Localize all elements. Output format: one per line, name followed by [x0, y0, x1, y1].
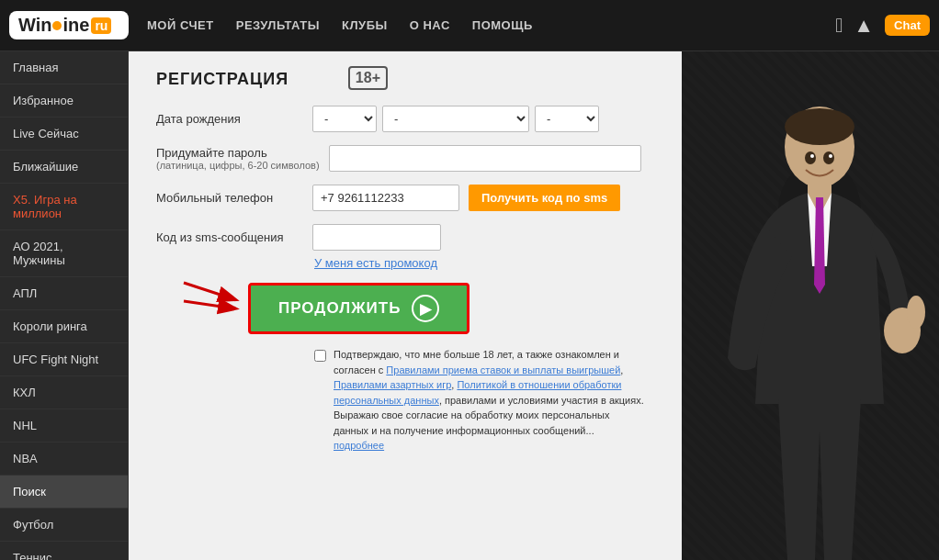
consent-link-2[interactable]: Правилами азартных игр: [334, 379, 451, 390]
nav-about[interactable]: О НАС: [410, 18, 450, 32]
header-right:  ▲ Chat: [835, 14, 930, 38]
nav-help[interactable]: ПОМОЩЬ: [472, 18, 533, 32]
svg-line-1: [184, 301, 234, 308]
svg-point-8: [805, 151, 816, 164]
dob-row: Дата рождения - - -: [156, 106, 654, 132]
consent-more-link[interactable]: подробнее: [334, 440, 384, 451]
nav-my-account[interactable]: МОЙ СЧЕТ: [147, 18, 214, 32]
phone-label: Мобильный телефон: [156, 191, 303, 205]
svg-point-7: [907, 296, 925, 329]
logo[interactable]: Winineru: [9, 11, 129, 39]
dob-label: Дата рождения: [156, 112, 303, 126]
dob-year-select[interactable]: -: [535, 106, 599, 132]
sidebar-item-apl[interactable]: АПЛ: [0, 277, 128, 310]
right-panel: [682, 51, 939, 560]
password-input[interactable]: [329, 145, 641, 172]
age-badge: 18+: [348, 66, 388, 90]
svg-point-11: [829, 154, 832, 158]
sidebar-item-x5[interactable]: Х5. Игра на миллион: [0, 184, 128, 230]
sms-code-row: Код из sms-сообщения: [156, 224, 654, 251]
sidebar-item-live[interactable]: Live Сейчас: [0, 118, 128, 151]
nav-clubs[interactable]: КЛУБЫ: [342, 18, 388, 32]
sidebar-item-home[interactable]: Главная: [0, 51, 128, 84]
password-row: Придумайте пароль (латиница, цифры, 6-20…: [156, 145, 654, 172]
page-title: РЕГИСТРАЦИЯ: [156, 70, 654, 89]
dob-selects: - - -: [312, 106, 599, 132]
sidebar-item-khl[interactable]: КХЛ: [0, 376, 128, 409]
main-nav: МОЙ СЧЕТ РЕЗУЛЬТАТЫ КЛУБЫ О НАС ПОМОЩЬ: [147, 18, 835, 32]
svg-point-4: [785, 108, 854, 145]
svg-point-9: [823, 151, 834, 164]
consent-link-1[interactable]: Правилами приема ставок и выплаты выигры…: [386, 364, 620, 375]
man-image: [709, 83, 930, 560]
sidebar-item-kings[interactable]: Короли ринга: [0, 310, 128, 343]
phone-row: Мобильный телефон Получить код по sms: [156, 185, 654, 211]
main-layout: Главная Избранное Live Сейчас Ближайшие …: [0, 51, 939, 560]
consent-checkbox[interactable]: [314, 350, 326, 362]
sidebar-item-tennis[interactable]: Теннис: [0, 542, 128, 560]
continue-arrow-icon: ▶: [412, 295, 439, 322]
nav-results[interactable]: РЕЗУЛЬТАТЫ: [236, 18, 320, 32]
consent-row: Подтверждаю, что мне больше 18 лет, а та…: [314, 347, 645, 454]
sidebar-item-nba[interactable]: NBA: [0, 442, 128, 476]
svg-line-0: [184, 283, 234, 299]
dob-day-select[interactable]: -: [312, 106, 377, 132]
sms-code-input[interactable]: [312, 224, 441, 251]
password-label: Придумайте пароль (латиница, цифры, 6-20…: [156, 146, 320, 171]
sidebar-item-nhl[interactable]: NHL: [0, 409, 128, 442]
phone-input[interactable]: [312, 185, 459, 211]
sms-code-label: Код из sms-сообщения: [156, 230, 303, 244]
sidebar-item-search[interactable]: Поиск: [0, 476, 128, 509]
sidebar-item-ufc[interactable]: UFC Fight Night: [0, 343, 128, 376]
sidebar-item-favorites[interactable]: Избранное: [0, 84, 128, 118]
chat-button[interactable]: Chat: [885, 15, 930, 36]
android-icon[interactable]: ▲: [854, 14, 874, 38]
sms-button[interactable]: Получить код по sms: [469, 185, 620, 211]
sidebar-item-ao2021[interactable]: АО 2021, Мужчины: [0, 230, 128, 277]
promo-link[interactable]: У меня есть промокод: [314, 256, 654, 270]
apple-icon[interactable]: : [835, 14, 843, 38]
sidebar-item-football[interactable]: Футбол: [0, 509, 128, 542]
svg-point-10: [810, 154, 814, 158]
header: Winineru МОЙ СЧЕТ РЕЗУЛЬТАТЫ КЛУБЫ О НАС…: [0, 0, 939, 51]
sidebar-item-upcoming[interactable]: Ближайшие: [0, 151, 128, 184]
registration-content: РЕГИСТРАЦИЯ 18+ Дата рождения - - - Прид…: [129, 51, 682, 560]
dob-month-select[interactable]: -: [382, 106, 529, 132]
red-arrows: [175, 274, 248, 329]
sidebar: Главная Избранное Live Сейчас Ближайшие …: [0, 51, 129, 560]
consent-text: Подтверждаю, что мне больше 18 лет, а та…: [334, 347, 645, 454]
continue-button[interactable]: ПРОДОЛЖИТЬ ▶: [248, 283, 470, 334]
